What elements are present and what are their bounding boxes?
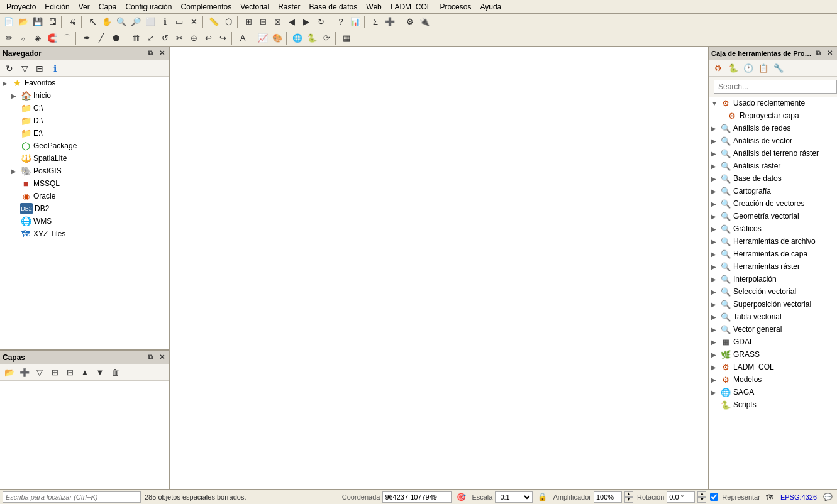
status-escala-select[interactable]: 0:1 [495, 491, 533, 503]
tx-cat-8[interactable]: ▶ 🔍 Gráficos [709, 222, 837, 235]
tb-calc[interactable]: ➕ [383, 15, 397, 29]
tree-spatialite[interactable]: 🔱 SpatiaLite [9, 152, 169, 165]
tx-cat-12[interactable]: ▶ 🔍 Interpolación [709, 273, 837, 285]
tb-cursor[interactable]: ↖ [86, 15, 99, 29]
tx-cat-2[interactable]: ▶ 🔍 Análisis del terreno ráster [709, 147, 837, 160]
tx-cat-19[interactable]: ▶ ⚙ LADM_COL [709, 361, 837, 373]
tb-python-icon[interactable]: 🐍 [726, 62, 740, 75]
layers-open[interactable]: 📂 [3, 366, 16, 380]
nav-refresh[interactable]: ↻ [3, 62, 16, 75]
menu-ayuda[interactable]: Ayuda [476, 1, 505, 13]
layers-up[interactable]: ▲ [78, 366, 92, 380]
tree-db2[interactable]: DB2 DB2 [9, 202, 169, 215]
tb2-digitize[interactable]: ✏ [2, 31, 16, 45]
menu-capa[interactable]: Capa [95, 1, 121, 13]
tb-pan[interactable]: ✋ [100, 15, 114, 29]
menu-proyecto[interactable]: Proyecto [3, 1, 40, 13]
tree-mssql[interactable]: ■ MSSQL [9, 177, 169, 190]
status-coordenada-input[interactable] [382, 491, 452, 503]
tree-wms[interactable]: 🌐 WMS [9, 215, 169, 227]
menu-complementos[interactable]: Complementos [177, 1, 235, 13]
status-search-input[interactable] [3, 491, 141, 503]
tree-ddrive[interactable]: 📁 D:\ [9, 114, 169, 127]
menu-vectorial[interactable]: Vectorial [236, 1, 273, 13]
tb2-georef[interactable]: 🌐 [291, 31, 304, 45]
layers-collapse[interactable]: ⊟ [63, 366, 77, 380]
tb-measure-area[interactable]: ⬡ [221, 15, 235, 29]
tb2-color[interactable]: 🎨 [270, 31, 284, 45]
nav-filter[interactable]: ▽ [18, 62, 31, 75]
tx-cat-18[interactable]: ▶ 🌿 GRASS [709, 348, 837, 361]
tx-cat-5[interactable]: ▶ 🔍 Cartografía [709, 185, 837, 197]
menu-web[interactable]: Web [362, 1, 385, 13]
navigator-close-btn[interactable]: ✕ [157, 48, 167, 58]
tree-edrive[interactable]: 📁 E:\ [9, 127, 169, 140]
tb-zoom-in[interactable]: 🔍 [114, 15, 128, 29]
status-messages-btn[interactable]: 💬 [821, 490, 834, 504]
tb-zoom-next[interactable]: ▶ [299, 15, 313, 29]
tree-favoritos[interactable]: ▶ ★ Favoritos [0, 77, 169, 89]
tb2-label[interactable]: A [236, 31, 250, 45]
tb-identify[interactable]: ℹ [158, 15, 172, 29]
tb-zoom-prev[interactable]: ◀ [285, 15, 299, 29]
status-coord-icon[interactable]: 🎯 [454, 490, 468, 504]
tb-measure[interactable]: 📏 [207, 15, 221, 29]
menu-ver[interactable]: Ver [75, 1, 94, 13]
tb-results-icon[interactable]: 📋 [757, 62, 770, 75]
tb-settings-icon[interactable]: ⚙ [711, 62, 725, 75]
tx-cat-7[interactable]: ▶ 🔍 Geometría vectorial [709, 210, 837, 222]
tb-print[interactable]: 🖨 [65, 15, 79, 29]
tb-select-rect[interactable]: ▭ [172, 15, 186, 29]
layers-remove[interactable]: 🗑 [108, 366, 122, 380]
status-epsg-value[interactable]: EPSG:4326 [780, 493, 817, 501]
tb2-polygon[interactable]: ⬟ [109, 31, 123, 45]
tb2-macro[interactable]: ⟳ [319, 31, 333, 45]
tb-stat[interactable]: 📊 [348, 15, 362, 29]
tx-cat-17[interactable]: ▶ ▦ GDAL [709, 336, 837, 348]
tx-cat-14[interactable]: ▶ 🔍 Superposición vectorial [709, 298, 837, 310]
tb2-split[interactable]: ✂ [172, 31, 186, 45]
tree-postgis[interactable]: ▶ 🐘 PostGIS [9, 165, 169, 177]
tb2-box[interactable]: ▦ [340, 31, 353, 45]
status-map-icon[interactable]: 🗺 [763, 490, 777, 504]
tb2-undo[interactable]: ↩ [201, 31, 215, 45]
tb-refresh[interactable]: ↻ [314, 15, 328, 29]
tree-cdrive[interactable]: 📁 C:\ [9, 102, 169, 114]
tb-zoom-sel[interactable]: ⊠ [270, 15, 284, 29]
layers-add[interactable]: ➕ [18, 366, 31, 380]
status-representar-check[interactable] [710, 493, 718, 501]
tb-rubber[interactable]: ⬜ [143, 15, 157, 29]
tb-zoom-extent[interactable]: ⊞ [241, 15, 255, 29]
tb-deselect[interactable]: ✕ [187, 15, 201, 29]
tree-inicio[interactable]: ▶ 🏠 Inicio [9, 89, 169, 102]
menu-configuracion[interactable]: Configuración [121, 1, 175, 13]
tb2-line[interactable]: ╱ [94, 31, 108, 45]
tree-oracle[interactable]: ◉ Oracle [9, 190, 169, 202]
tx-cat-13[interactable]: ▶ 🔍 Selección vectorial [709, 285, 837, 298]
tb2-pencil[interactable]: ✒ [80, 31, 94, 45]
menu-raster[interactable]: Ráster [274, 1, 304, 13]
tx-reproyectar[interactable]: ⚙ Reproyectar capa [709, 109, 837, 122]
tree-xyz[interactable]: 🗺 XYZ Tiles [9, 227, 169, 240]
nav-collapse[interactable]: ⊟ [33, 62, 47, 75]
tb2-curve[interactable]: ⌒ [60, 31, 74, 45]
spin-down[interactable]: ▼ [624, 497, 633, 503]
toolbox-close-btn[interactable]: ✕ [824, 48, 834, 58]
tb2-node[interactable]: ⬦ [16, 31, 30, 45]
status-lock-icon[interactable]: 🔓 [535, 490, 549, 504]
tb-zoom-out[interactable]: 🔎 [129, 15, 143, 29]
tx-cat-6[interactable]: ▶ 🔍 Creación de vectores [709, 197, 837, 210]
layers-float-btn[interactable]: ⧉ [145, 353, 155, 363]
menu-base-datos[interactable]: Base de datos [306, 1, 362, 13]
tx-cat-11[interactable]: ▶ 🔍 Herramientas ráster [709, 260, 837, 273]
tx-cat-16[interactable]: ▶ 🔍 Vector general [709, 323, 837, 336]
tb-options-icon[interactable]: 🔧 [772, 62, 785, 75]
tx-recently-used[interactable]: ▼ ⚙ Usado recientemente [709, 97, 837, 109]
tx-cat-10[interactable]: ▶ 🔍 Herramientas de capa [709, 248, 837, 260]
menu-procesos[interactable]: Procesos [436, 1, 475, 13]
tb-open[interactable]: 📂 [16, 15, 30, 29]
tb-settings[interactable]: ⚙ [403, 15, 417, 29]
tb-history-icon[interactable]: 🕐 [741, 62, 755, 75]
nav-info[interactable]: ℹ [48, 62, 62, 75]
layers-filter[interactable]: ▽ [33, 366, 47, 380]
